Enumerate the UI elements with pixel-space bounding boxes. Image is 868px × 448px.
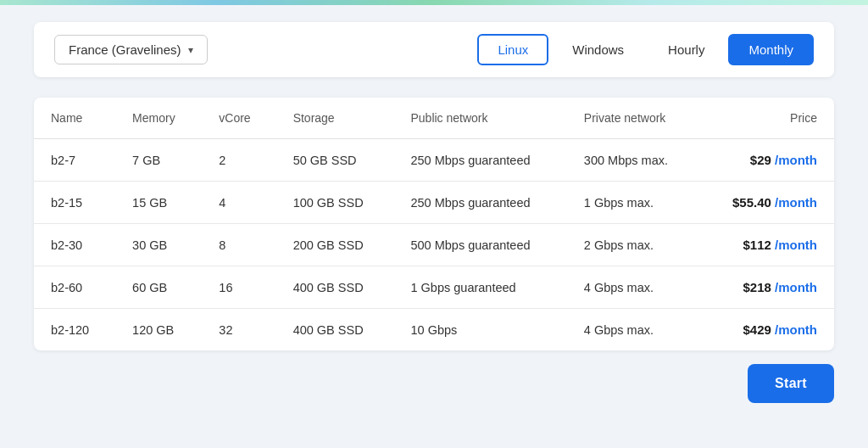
cell-price: $29 /month <box>700 139 834 182</box>
top-bar: France (Gravelines) ▾ Linux Windows Hour… <box>34 22 834 77</box>
cell-storage: 100 GB SSD <box>276 182 394 224</box>
col-storage: Storage <box>276 98 394 139</box>
cell-public: 250 Mbps guaranteed <box>393 182 566 224</box>
cell-price: $55.40 /month <box>700 182 834 224</box>
tab-monthly[interactable]: Monthly <box>728 34 814 65</box>
table-row: b2-77 GB250 GB SSD250 Mbps guaranteed300… <box>34 139 834 182</box>
cell-price: $112 /month <box>700 224 834 266</box>
table-row: b2-120120 GB32400 GB SSD10 Gbps4 Gbps ma… <box>34 309 834 351</box>
cell-memory: 30 GB <box>115 224 202 266</box>
cell-vcore: 8 <box>202 224 275 266</box>
region-selector[interactable]: France (Gravelines) ▾ <box>54 35 208 64</box>
table-header-row: Name Memory vCore Storage Public network… <box>34 98 834 139</box>
cell-memory: 7 GB <box>115 139 202 182</box>
cell-memory: 120 GB <box>115 309 202 351</box>
cell-storage: 50 GB SSD <box>276 139 394 182</box>
cell-private: 1 Gbps max. <box>567 182 700 224</box>
table-row: b2-6060 GB16400 GB SSD1 Gbps guaranteed4… <box>34 266 834 309</box>
cell-name: b2-15 <box>34 182 115 224</box>
table-row: b2-3030 GB8200 GB SSD500 Mbps guaranteed… <box>34 224 834 266</box>
tab-group: Linux Windows Hourly Monthly <box>477 34 814 65</box>
cell-price: $218 /month <box>700 266 834 309</box>
pricing-table: Name Memory vCore Storage Public network… <box>34 98 834 350</box>
price-unit: /month <box>775 322 817 337</box>
col-memory: Memory <box>115 98 202 139</box>
table-row: b2-1515 GB4100 GB SSD250 Mbps guaranteed… <box>34 182 834 224</box>
price-unit: /month <box>775 195 817 210</box>
chevron-down-icon: ▾ <box>188 44 193 56</box>
cell-storage: 400 GB SSD <box>276 266 394 309</box>
cell-private: 2 Gbps max. <box>567 224 700 266</box>
tab-windows[interactable]: Windows <box>552 34 644 65</box>
cell-public: 1 Gbps guaranteed <box>393 266 566 309</box>
price-unit: /month <box>775 238 817 252</box>
cell-name: b2-120 <box>34 309 115 351</box>
tab-hourly[interactable]: Hourly <box>648 34 725 65</box>
cell-private: 4 Gbps max. <box>567 309 700 351</box>
cell-memory: 60 GB <box>115 266 202 309</box>
price-unit: /month <box>775 280 817 294</box>
col-public: Public network <box>393 98 566 139</box>
cell-public: 500 Mbps guaranteed <box>393 224 566 266</box>
cell-memory: 15 GB <box>115 182 202 224</box>
cell-private: 4 Gbps max. <box>567 266 700 309</box>
cell-name: b2-60 <box>34 266 115 309</box>
price-unit: /month <box>775 153 817 167</box>
cell-price: $429 /month <box>700 309 834 351</box>
bottom-bar: Start <box>34 350 834 406</box>
region-label: France (Gravelines) <box>69 42 181 57</box>
col-price: Price <box>700 98 834 139</box>
col-vcore: vCore <box>202 98 275 139</box>
start-button[interactable]: Start <box>748 364 834 403</box>
cell-vcore: 32 <box>202 309 275 351</box>
cell-public: 10 Gbps <box>393 309 566 351</box>
col-private: Private network <box>567 98 700 139</box>
cell-private: 300 Mbps max. <box>567 139 700 182</box>
cell-storage: 400 GB SSD <box>276 309 394 351</box>
cell-vcore: 2 <box>202 139 275 182</box>
pricing-table-container: Name Memory vCore Storage Public network… <box>34 98 834 350</box>
tab-linux[interactable]: Linux <box>477 34 548 65</box>
cell-vcore: 16 <box>202 266 275 309</box>
cell-vcore: 4 <box>202 182 275 224</box>
cell-storage: 200 GB SSD <box>276 224 394 266</box>
cell-name: b2-7 <box>34 139 115 182</box>
cell-public: 250 Mbps guaranteed <box>393 139 566 182</box>
cell-name: b2-30 <box>34 224 115 266</box>
col-name: Name <box>34 98 115 139</box>
